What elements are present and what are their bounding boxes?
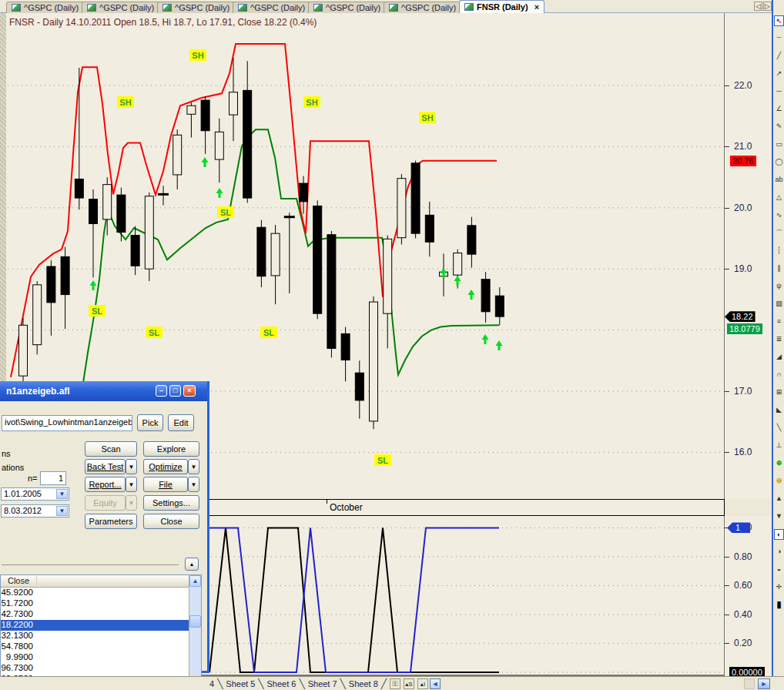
parameters-button[interactable]: Parameters — [85, 514, 137, 529]
layer3-tool-icon[interactable]: ◒ — [774, 564, 784, 575]
scroll-down-tool-icon[interactable]: ▼ — [774, 511, 784, 522]
result-row[interactable]: 54.7800 — [1, 641, 189, 652]
results-scrollbar[interactable]: ▲ ▼ — [189, 575, 201, 689]
maximize-button[interactable]: □ — [169, 385, 181, 397]
zoom-out-tool-icon[interactable]: ⊖ — [774, 476, 784, 487]
fan-tool-icon[interactable]: ◣ — [774, 405, 784, 416]
file-dropdown[interactable]: ▼ — [188, 477, 199, 492]
sheet-tab-sheet-5[interactable]: Sheet 5 — [223, 679, 258, 688]
pattern-tool-icon[interactable]: ▨ — [774, 299, 784, 310]
result-row[interactable]: 32.1300 — [1, 631, 189, 641]
scroll-right-button[interactable]: ► — [758, 678, 770, 689]
ellipse-tool-icon[interactable]: ◯ — [774, 157, 784, 168]
result-row[interactable]: 51.7200 — [1, 598, 189, 609]
collapse-button[interactable]: ▲ — [185, 558, 199, 571]
tab-gspc-daily-1[interactable]: ^GSPC (Daily) — [6, 2, 84, 13]
grid-tool-icon[interactable]: ⊞ — [774, 387, 784, 398]
back-test-button[interactable]: Back Test — [85, 459, 126, 474]
rectangle-tool-icon[interactable]: ▭ — [774, 139, 784, 150]
last-price-marker: 18.22 — [725, 311, 756, 322]
lock-icon[interactable]: ⚿ — [390, 678, 400, 689]
result-row[interactable]: 96.7300 — [1, 663, 189, 674]
tab-scroll-left-button[interactable]: ◁ — [754, 2, 762, 11]
indicator-tick-label: 0.80 — [734, 551, 752, 562]
tab-scroll-right-button[interactable]: ▷ — [763, 2, 772, 11]
file-button[interactable]: File — [143, 477, 188, 492]
result-row[interactable]: 18.2200 — [1, 620, 189, 631]
close-tab-icon[interactable]: × — [534, 2, 539, 12]
layer2-tool-icon[interactable]: ◑ — [774, 547, 784, 558]
date-tick — [327, 500, 327, 504]
sheet-tab-4[interactable]: 4 — [206, 679, 217, 688]
triangle-tool-icon[interactable]: △ — [774, 193, 784, 203]
scroll-up-tool-icon[interactable]: ▲ — [774, 494, 784, 504]
hand-tool-icon[interactable]: ✛ — [774, 582, 784, 593]
sheet-tab-sheet-6[interactable]: Sheet 6 — [264, 679, 300, 688]
anchor-tool-icon[interactable]: ⊥ — [774, 440, 784, 451]
scroll-up-icon[interactable]: ▲ — [189, 575, 201, 587]
tab-gspc-daily-5[interactable]: ^GSPC (Daily) — [308, 2, 386, 13]
close-value: 54.7800 — [1, 641, 33, 651]
tab-gspc-daily-4[interactable]: ^GSPC (Daily) — [233, 2, 310, 13]
tab-label: ^GSPC (Daily) — [99, 3, 154, 12]
tab-gspc-daily-3[interactable]: ^GSPC (Daily) — [157, 2, 235, 13]
result-row[interactable]: 45.9200 — [1, 588, 189, 598]
close-button[interactable]: Close — [143, 514, 199, 529]
tab-option-s-icon[interactable]: ▴S — [404, 678, 414, 689]
minimize-button[interactable]: – — [156, 385, 167, 397]
svg-text:SL: SL — [149, 328, 159, 337]
pointer-tool-icon[interactable]: ↖ — [774, 15, 784, 26]
pitchfork-tool-icon[interactable]: ψ — [774, 281, 784, 292]
optimize-dropdown[interactable]: ▼ — [188, 459, 199, 474]
fib-arc-tool-icon[interactable]: ∩ — [774, 370, 784, 380]
sheet-tab-sheet-8[interactable]: Sheet 8 — [346, 679, 381, 688]
edit-button[interactable]: Edit — [168, 414, 194, 431]
dialog-titlebar[interactable]: n1anzeigeb.afl – □ × — [0, 381, 207, 401]
result-row[interactable]: 9.9900 — [1, 652, 189, 663]
close-column-header[interactable]: Close — [1, 576, 37, 585]
angle-tool-icon[interactable]: ∠ — [774, 104, 784, 115]
parallel-lines-tool-icon[interactable]: ≡ — [774, 317, 784, 327]
gann-lines-tool-icon[interactable]: ≣ — [774, 334, 784, 345]
vertical-line-tool-icon[interactable]: ┆ — [774, 246, 784, 256]
n-input[interactable]: 1 — [40, 471, 66, 485]
optimize-button[interactable]: Optimize — [143, 459, 188, 474]
scroll-left-button[interactable]: ◄ — [430, 678, 441, 689]
results-list[interactable]: Close 45.920051.720042.730018.220032.130… — [0, 574, 202, 690]
pencil-tool-icon[interactable]: ✎ — [774, 122, 784, 132]
close-window-button[interactable]: × — [183, 385, 196, 397]
sheet-tab-sheet-7[interactable]: Sheet 7 — [305, 679, 340, 688]
trendline-tool-icon[interactable]: ╱ — [774, 51, 784, 62]
block-tool-icon[interactable]: ▮ — [774, 600, 784, 611]
date-to-combo[interactable]: 8.03.2012 ▼ — [1, 504, 69, 518]
zoom-in-tool-icon[interactable]: ⊕ — [774, 458, 784, 469]
date-from-combo[interactable]: 1.01.2005 ▼ — [1, 487, 69, 501]
layer-tool-icon[interactable]: ◐ — [774, 529, 784, 540]
tab-gspc-daily-6[interactable]: ^GSPC (Daily) — [384, 2, 461, 13]
scan-button[interactable]: Scan — [85, 441, 137, 457]
channel-tool-icon[interactable]: ∥ — [774, 263, 784, 274]
tab-fnsr-daily[interactable]: FNSR (Daily)× — [459, 0, 544, 13]
chevron-down-icon[interactable]: ▼ — [56, 489, 68, 499]
horizontal-line-tool-icon[interactable]: ─ — [774, 86, 784, 97]
curve-tool-icon[interactable]: ∿ — [774, 210, 784, 221]
regression-tool-icon[interactable]: ┄ — [774, 33, 784, 44]
report-dropdown[interactable]: ▼ — [126, 477, 137, 492]
fib-fan-tool-icon[interactable]: ◢ — [774, 352, 784, 363]
back-test-dropdown[interactable]: ▼ — [126, 459, 137, 474]
result-row[interactable]: 42.7300 — [1, 609, 189, 620]
scrollbar-thumb[interactable] — [189, 615, 201, 628]
ray-tool-icon[interactable]: ↗ — [774, 69, 784, 79]
tab-option-i-icon[interactable]: ▴I — [417, 678, 428, 689]
chevron-down-icon[interactable]: ▼ — [56, 506, 68, 516]
pick-button[interactable]: Pick — [137, 414, 163, 431]
arc-tool-icon[interactable]: ⌒ — [774, 228, 784, 239]
explore-button[interactable]: Explore — [143, 441, 199, 457]
text-tool-icon[interactable]: ab — [774, 175, 784, 186]
sheet-status-bar: 4╲Sheet 5╲Sheet 6╲Sheet 7╲Sheet 8╱⚿▴S▴I◄… — [0, 676, 784, 690]
report-button[interactable]: Report... — [85, 477, 126, 492]
tab-gspc-daily-2[interactable]: ^GSPC (Daily) — [82, 2, 159, 13]
cycle-tool-icon[interactable]: ╲ — [774, 423, 784, 434]
formula-path-field[interactable]: ivot\Swing_Lowhintman1anzeigeb — [2, 415, 132, 431]
settings-button[interactable]: Settings... — [143, 495, 199, 511]
